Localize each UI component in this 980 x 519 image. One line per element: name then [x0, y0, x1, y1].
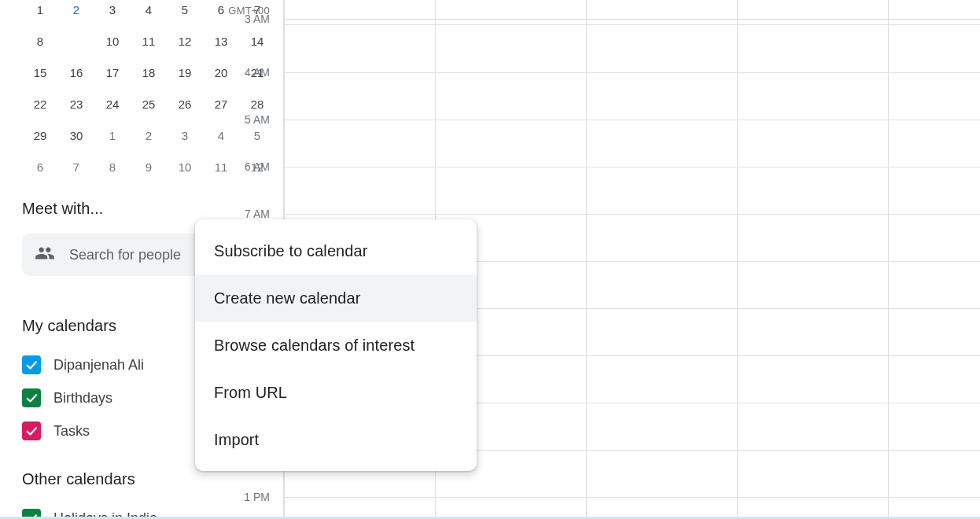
- other-calendars-heading: Other calendars: [22, 470, 269, 488]
- mini-calendar-day[interactable]: 27: [203, 88, 239, 120]
- mini-calendar-day[interactable]: 1: [22, 0, 58, 25]
- mini-calendar-day[interactable]: 6: [22, 151, 58, 182]
- calendar-label: Birthdays: [53, 390, 112, 407]
- mini-calendar-day[interactable]: 11: [203, 151, 239, 182]
- context-menu-item[interactable]: Subscribe to calendar: [195, 227, 477, 274]
- calendar-checkbox[interactable]: [22, 421, 41, 440]
- mini-calendar-day[interactable]: 11: [131, 25, 167, 57]
- mini-calendar-day[interactable]: 23: [58, 88, 94, 120]
- day-column-divider: [586, 0, 587, 519]
- context-menu-item[interactable]: From URL: [195, 369, 477, 416]
- context-menu-item[interactable]: Import: [195, 416, 477, 463]
- calendar-checkbox[interactable]: [22, 355, 41, 374]
- mini-calendar-day[interactable]: 1: [94, 120, 131, 151]
- other-calendars-menu: Subscribe to calendarCreate new calendar…: [195, 219, 477, 471]
- hour-label: 7 AM: [245, 208, 270, 220]
- context-menu-item[interactable]: Create new calendar: [195, 274, 477, 322]
- mini-calendar-day[interactable]: 10: [94, 25, 131, 57]
- hour-line: [284, 120, 980, 120]
- mini-calendar-day[interactable]: 10: [167, 151, 203, 182]
- mini-calendar-day[interactable]: 2: [58, 0, 94, 25]
- mini-calendar-day[interactable]: 24: [94, 88, 131, 120]
- hour-label: 6 AM: [245, 160, 270, 173]
- mini-calendar-day[interactable]: 29: [22, 120, 58, 151]
- mini-calendar-day[interactable]: 19: [167, 57, 203, 88]
- mini-calendar-day[interactable]: 3: [94, 0, 131, 25]
- mini-calendar-day[interactable]: 9: [58, 25, 94, 57]
- mini-calendar-day[interactable]: 4: [131, 0, 167, 25]
- mini-calendar-day[interactable]: 26: [167, 88, 203, 120]
- mini-calendar-day[interactable]: 14: [239, 25, 275, 57]
- mini-calendar: 1234567891011121314151617181920212223242…: [22, 0, 269, 182]
- mini-calendar-day[interactable]: 3: [167, 120, 203, 151]
- day-column-divider: [888, 0, 889, 519]
- mini-calendar-day[interactable]: 7: [58, 151, 94, 182]
- mini-calendar-day[interactable]: 13: [203, 25, 239, 57]
- allday-row: [284, 19, 980, 25]
- hour-line: [284, 72, 980, 73]
- day-column-divider: [737, 0, 738, 519]
- calendar-label: Dipanjenah Ali: [53, 357, 144, 374]
- mini-calendar-day[interactable]: 30: [58, 120, 94, 151]
- calendar-label: Tasks: [53, 423, 90, 440]
- mini-calendar-day[interactable]: 16: [58, 57, 94, 88]
- hour-line: [284, 214, 980, 215]
- calendar-checkbox[interactable]: [22, 388, 41, 407]
- mini-calendar-day[interactable]: 12: [167, 25, 203, 57]
- context-menu-item[interactable]: Browse calendars of interest: [195, 322, 477, 369]
- people-icon: [35, 243, 55, 267]
- mini-calendar-day[interactable]: 22: [22, 88, 58, 120]
- hour-label: 1 PM: [244, 491, 270, 503]
- mini-calendar-day[interactable]: 2: [131, 120, 167, 151]
- hour-line: [284, 497, 980, 498]
- mini-calendar-day[interactable]: 20: [203, 57, 239, 88]
- mini-calendar-day[interactable]: 5: [167, 0, 203, 25]
- hour-label: 5 AM: [245, 113, 270, 126]
- mini-calendar-day[interactable]: 25: [131, 88, 167, 120]
- hour-label: 3 AM: [245, 13, 270, 25]
- mini-calendar-day[interactable]: 9: [131, 151, 167, 182]
- mini-calendar-day[interactable]: 18: [131, 57, 167, 88]
- mini-calendar-day[interactable]: 4: [203, 120, 239, 151]
- meet-with-heading: Meet with...: [22, 200, 269, 218]
- mini-calendar-day[interactable]: 17: [94, 57, 131, 88]
- mini-calendar-day[interactable]: 8: [22, 25, 58, 57]
- hour-line: [284, 167, 980, 167]
- mini-calendar-day[interactable]: 8: [94, 151, 131, 182]
- hour-label: 4 AM: [245, 66, 270, 79]
- mini-calendar-day[interactable]: 15: [22, 57, 58, 88]
